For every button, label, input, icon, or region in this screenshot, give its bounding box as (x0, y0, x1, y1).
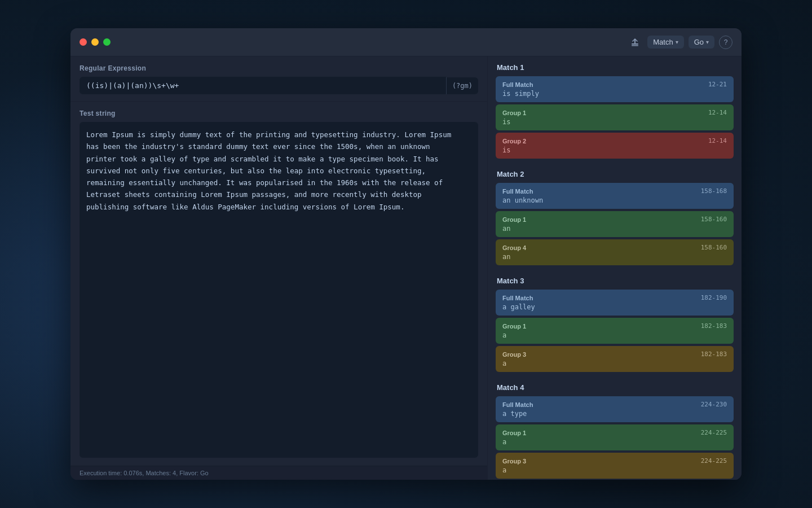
main-window: Match ▾ Go ▾ ? Regular Expression (?gm) (70, 28, 742, 480)
match-item-value-1-1: is simply (502, 90, 727, 98)
match-item-value-4-1: a type (502, 410, 727, 418)
match-item-label-2-1: Full Match (502, 188, 533, 195)
match-item-3-2: Group 1182-183a (496, 318, 734, 344)
match-title-1: Match 1 (496, 63, 734, 72)
match-title-2: Match 2 (496, 170, 734, 178)
status-bar: Execution time: 0.076s, Matches: 4, Flav… (70, 466, 487, 480)
regex-input[interactable] (80, 77, 446, 94)
match-item-4-1: Full Match224-230a type (496, 396, 734, 422)
match-item-value-3-2: a (502, 331, 727, 339)
match-title-4: Match 4 (496, 383, 734, 392)
match-item-range-2-3: 158-160 (701, 244, 727, 251)
match-item-label-3-3: Group 3 (502, 351, 526, 358)
maximize-button[interactable] (103, 38, 111, 46)
help-button[interactable]: ? (719, 36, 732, 49)
match-item-label-2-3: Group 4 (502, 244, 526, 251)
svg-rect-2 (632, 45, 638, 46)
match-group-1: Match 1Full Match12-21is simplyGroup 112… (496, 63, 734, 159)
svg-rect-0 (632, 43, 638, 45)
match-item-value-1-2: is (502, 118, 727, 126)
match-item-4-3: Group 3224-225a (496, 453, 734, 479)
export-icon (630, 38, 639, 47)
match-item-3-3: Group 3182-183a (496, 346, 734, 372)
match-item-value-4-2: a (502, 438, 727, 446)
match-item-range-1-3: 12-14 (708, 137, 727, 144)
match-item-range-4-2: 224-225 (701, 429, 727, 436)
match-item-label-4-1: Full Match (502, 401, 533, 408)
minimize-button[interactable] (91, 38, 99, 46)
match-item-range-4-3: 224-225 (701, 457, 727, 465)
go-label: Go (694, 38, 704, 46)
match-item-value-2-2: an (502, 225, 727, 233)
match-item-3-1: Full Match182-190a galley (496, 290, 734, 316)
left-panel: Regular Expression (?gm) Test string Exe… (70, 56, 488, 480)
match-item-label-3-1: Full Match (502, 295, 533, 301)
match-item-range-2-2: 158-160 (701, 216, 727, 223)
match-label: Match (653, 38, 673, 46)
titlebar-actions: Match ▾ Go ▾ ? (627, 36, 732, 49)
match-item-1-1: Full Match12-21is simply (496, 76, 734, 102)
match-item-label-2-2: Group 1 (502, 216, 526, 223)
match-item-label-3-2: Group 1 (502, 323, 526, 330)
match-item-label-1-3: Group 2 (502, 138, 526, 144)
match-item-2-2: Group 1158-160an (496, 211, 734, 237)
match-item-label-1-1: Full Match (502, 81, 533, 88)
match-title-3: Match 3 (496, 277, 734, 285)
export-button[interactable] (627, 36, 643, 49)
close-button[interactable] (80, 38, 87, 46)
match-item-label-4-2: Group 1 (502, 430, 526, 436)
match-item-label-1-2: Group 1 (502, 110, 526, 116)
match-item-1-2: Group 112-14is (496, 104, 734, 130)
match-group-4: Match 4Full Match224-230a typeGroup 1224… (496, 383, 734, 479)
go-chevron: ▾ (706, 39, 709, 45)
match-chevron: ▾ (676, 39, 678, 45)
match-item-range-1-2: 12-14 (708, 109, 727, 116)
match-item-value-1-3: is (502, 146, 727, 154)
test-string-section: Test string (70, 102, 487, 466)
right-panel: Match 1Full Match12-21is simplyGroup 112… (488, 56, 742, 480)
regex-input-row: (?gm) (80, 77, 478, 94)
match-item-label-4-3: Group 3 (502, 458, 526, 465)
test-string-input[interactable] (80, 122, 478, 458)
content-area: Regular Expression (?gm) Test string Exe… (70, 56, 742, 480)
match-item-range-3-3: 182-183 (701, 351, 727, 358)
match-group-3: Match 3Full Match182-190a galleyGroup 11… (496, 277, 734, 372)
match-item-range-2-1: 158-168 (701, 187, 727, 195)
status-text: Execution time: 0.076s, Matches: 4, Flav… (80, 470, 209, 476)
match-item-value-3-3: a (502, 360, 727, 367)
titlebar: Match ▾ Go ▾ ? (70, 28, 742, 56)
regex-flags: (?gm) (446, 77, 478, 94)
match-item-value-2-1: an unknown (502, 196, 727, 204)
match-item-range-3-2: 182-183 (701, 322, 727, 330)
test-string-label: Test string (80, 110, 478, 117)
match-item-value-2-3: an (502, 253, 727, 261)
help-icon: ? (724, 38, 728, 46)
match-item-2-3: Group 4158-160an (496, 239, 734, 265)
match-item-range-3-1: 182-190 (701, 294, 727, 301)
traffic-lights (80, 38, 111, 46)
match-item-1-3: Group 212-14is (496, 133, 734, 159)
match-group-2: Match 2Full Match158-168an unknownGroup … (496, 170, 734, 265)
match-item-range-4-1: 224-230 (701, 401, 727, 408)
match-item-2-1: Full Match158-168an unknown (496, 183, 734, 209)
match-item-range-1-1: 12-21 (708, 81, 727, 88)
match-dropdown[interactable]: Match ▾ (647, 36, 683, 49)
match-item-value-4-3: a (502, 466, 727, 474)
regex-section: Regular Expression (?gm) (70, 56, 487, 102)
go-dropdown[interactable]: Go ▾ (689, 36, 714, 49)
match-item-value-3-1: a galley (502, 303, 727, 311)
regex-label: Regular Expression (80, 64, 478, 72)
match-item-4-2: Group 1224-225a (496, 424, 734, 450)
